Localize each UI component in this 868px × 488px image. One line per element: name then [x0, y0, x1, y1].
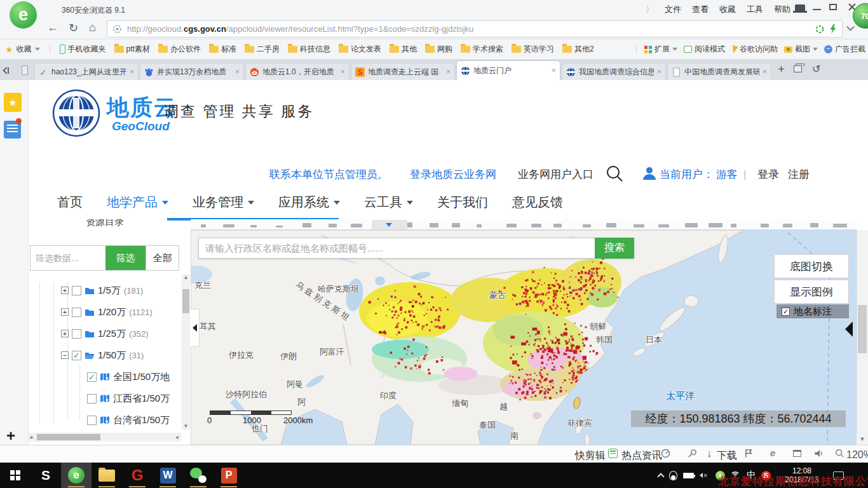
- tree-hscrollbar-thumb[interactable]: [37, 434, 100, 440]
- close-tab-icon[interactable]: ×: [552, 66, 556, 75]
- checkbox[interactable]: [87, 416, 97, 425]
- maximize-button[interactable]: [829, 4, 837, 10]
- bookmark-item[interactable]: 论文发表: [339, 44, 381, 55]
- tree-node[interactable]: 台湾省1/50万: [29, 409, 181, 427]
- tab-我国地质调查综合信息[interactable]: 我国地质调查综合信息×: [562, 63, 666, 80]
- bookmark-item[interactable]: 英语学习: [512, 44, 554, 55]
- tab-地质云1.0，开启地质[interactable]: 地质云1.0，开启地质×: [245, 63, 349, 80]
- download-arrow-icon[interactable]: ↓: [707, 448, 712, 459]
- site-info-icon[interactable]: [112, 24, 122, 34]
- reopen-closed-tab-icon[interactable]: ↺: [812, 63, 820, 75]
- nav-地学产品[interactable]: 地学产品: [107, 194, 168, 211]
- checkbox-checked[interactable]: ✓: [72, 351, 81, 360]
- expand-icon[interactable]: +: [61, 287, 69, 294]
- checkbox-checked[interactable]: ✓: [87, 372, 97, 382]
- register-link[interactable]: 注册: [788, 166, 810, 183]
- tab-hao123_上网从这里开[interactable]: ✓hao123_上网从这里开×: [34, 63, 139, 80]
- home-icon[interactable]: ⌂: [89, 21, 96, 34]
- window-mode-icon[interactable]: [793, 450, 801, 457]
- map-search-button[interactable]: 搜索: [595, 238, 634, 259]
- tool-阅读模式[interactable]: 阅读模式: [684, 44, 725, 55]
- skin-theme-icon[interactable]: [795, 4, 805, 11]
- menu-文件[interactable]: 文件: [665, 4, 681, 15]
- no-trace-icon[interactable]: [815, 25, 824, 34]
- speed-mode-icon[interactable]: [829, 24, 837, 34]
- bookmark-item[interactable]: 网购: [425, 44, 452, 55]
- checkbox[interactable]: [87, 394, 97, 403]
- scroll-left-icon[interactable]: ▲: [29, 435, 35, 440]
- close-tab-icon[interactable]: ×: [235, 67, 240, 76]
- toolbar-active-tool[interactable]: [372, 220, 407, 229]
- checkbox[interactable]: [72, 286, 81, 295]
- expand-icon[interactable]: +: [61, 330, 69, 337]
- login-link[interactable]: 登录: [757, 166, 779, 183]
- tool-谷歌访问助[interactable]: 谷歌访问助: [731, 44, 778, 55]
- legend-button[interactable]: 显示图例: [774, 280, 849, 304]
- nav-业务管理[interactable]: 业务管理: [193, 194, 254, 211]
- scroll-right-icon[interactable]: ▼: [175, 435, 180, 440]
- tab-list-icon[interactable]: [8, 67, 14, 74]
- checkbox-checked[interactable]: ✓: [782, 308, 790, 316]
- scroll-up-icon[interactable]: ▲: [182, 274, 190, 280]
- speed-test-icon[interactable]: [661, 449, 670, 458]
- nav-云工具[interactable]: 云工具: [364, 194, 413, 211]
- add-panel-button[interactable]: +: [6, 427, 15, 445]
- battery-icon[interactable]: [683, 473, 694, 478]
- refresh-icon[interactable]: ↻: [69, 21, 78, 35]
- hot-news-icon[interactable]: [608, 449, 618, 458]
- tool-扩展[interactable]: 扩展: [644, 44, 677, 55]
- bookmark-item[interactable]: 其他: [390, 44, 417, 55]
- bookmark-item[interactable]: 手机收藏夹: [60, 44, 106, 55]
- volume-muted-icon[interactable]: ×: [700, 471, 710, 479]
- taskbar-powerpoint[interactable]: P: [214, 463, 244, 488]
- taskbar-360-browser[interactable]: e: [61, 463, 92, 488]
- tray-expand-icon[interactable]: [657, 473, 664, 480]
- nav-意见反馈[interactable]: 意见反馈: [512, 194, 563, 211]
- close-tab-icon[interactable]: ×: [446, 67, 451, 76]
- taskbar-app-g[interactable]: G: [122, 463, 153, 488]
- page-scrollbar-thumb[interactable]: [858, 305, 867, 353]
- menu-查看[interactable]: 查看: [692, 4, 709, 15]
- tab-中国地质调查局发展研[interactable]: 中国地质调查局发展研×: [667, 63, 771, 80]
- pin-tool-icon[interactable]: [688, 449, 697, 458]
- filter-button[interactable]: 筛选: [105, 246, 146, 270]
- collapse-icon[interactable]: −: [61, 351, 69, 359]
- search-icon[interactable]: [605, 164, 624, 183]
- scroll-down-button[interactable]: ▼: [857, 433, 868, 445]
- bookmark-item[interactable]: 学术搜索: [461, 44, 503, 55]
- new-tab-button[interactable]: +: [773, 62, 791, 80]
- tab-地质云门户[interactable]: 地质云门户×: [456, 60, 560, 80]
- bookmark-item[interactable]: ptt素材: [114, 44, 150, 55]
- collapse-right-panel-icon[interactable]: [845, 322, 853, 337]
- scroll-down-icon[interactable]: ▼: [182, 423, 190, 429]
- collapse-sidebar-handle[interactable]: [191, 309, 200, 347]
- tool-广告拦截[interactable]: −广告拦截: [824, 44, 865, 55]
- close-tab-icon[interactable]: ×: [130, 67, 134, 76]
- taskbar-file-explorer[interactable]: [92, 463, 122, 488]
- tab-地质调查走上云端 国[interactable]: S地质调查走上云端 国×: [351, 63, 455, 80]
- tree-node[interactable]: +1/25万(352): [29, 323, 181, 344]
- qq-tray-icon[interactable]: [669, 471, 677, 480]
- taskbar-word[interactable]: W: [153, 463, 183, 488]
- mute-page-icon[interactable]: [813, 449, 824, 458]
- tab-并实现13万余档地质[interactable]: 并实现13万余档地质×: [140, 63, 244, 80]
- bookmark-item[interactable]: 办公软件: [158, 44, 201, 55]
- basemap-switch-button[interactable]: 底图切换: [774, 254, 849, 278]
- tree-scrollbar-thumb[interactable]: [182, 289, 189, 313]
- checkbox[interactable]: [72, 308, 81, 317]
- place-label-toggle[interactable]: ✓ 地名标注: [776, 304, 849, 318]
- mobile-sync-icon[interactable]: [22, 65, 28, 75]
- menu-收藏[interactable]: 收藏: [719, 4, 736, 15]
- expand-icon[interactable]: +: [61, 308, 69, 316]
- all-button[interactable]: 全部: [146, 246, 179, 270]
- menu-overflow-arrow[interactable]: 〉: [646, 4, 654, 15]
- bookmark-item[interactable]: 标准: [209, 44, 236, 55]
- tree-node[interactable]: ✓全国1/50万地: [29, 366, 181, 388]
- close-tab-icon[interactable]: ×: [341, 67, 345, 76]
- checkbox[interactable]: [72, 329, 81, 339]
- taskbar-app-s[interactable]: S: [31, 463, 61, 488]
- tree-node[interactable]: 江西省1/50万: [29, 388, 181, 409]
- bookmark-item[interactable]: 其他2: [562, 44, 594, 55]
- favorites-panel-icon[interactable]: ★: [4, 93, 22, 112]
- nav-应用系统[interactable]: 应用系统: [278, 194, 340, 211]
